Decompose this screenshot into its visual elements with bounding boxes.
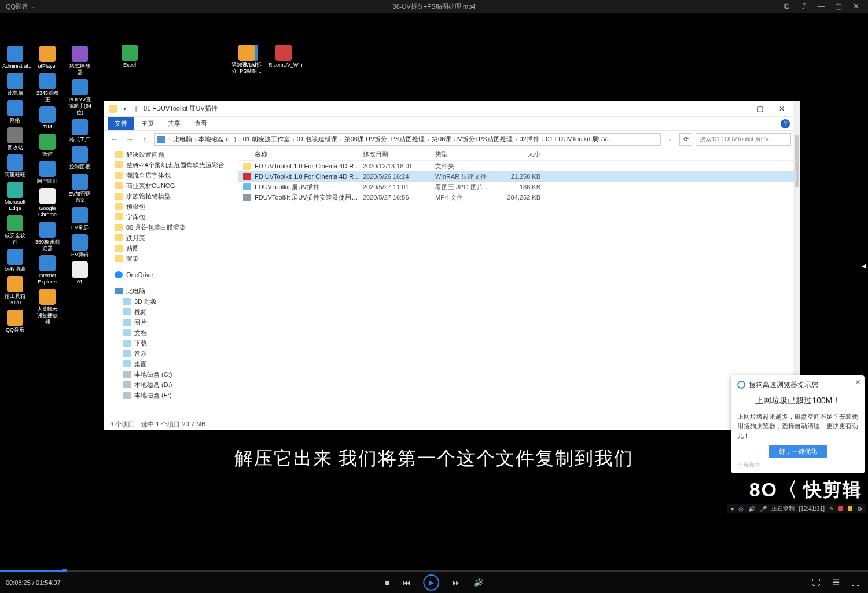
up-icon[interactable]: ↑: [139, 135, 150, 144]
back-icon[interactable]: ←: [109, 135, 120, 144]
pin-icon[interactable]: ⤴: [797, 2, 810, 11]
desktop-icon[interactable]: 格式工厂: [66, 118, 94, 144]
desktop-icon[interactable]: 控制面板: [66, 145, 94, 171]
col-date[interactable]: 修改日期: [363, 150, 435, 159]
exp-maximize-icon[interactable]: ▢: [751, 103, 769, 115]
tree-node[interactable]: 视频: [104, 307, 238, 317]
desktop-icon[interactable]: 第06课 UV拆分+PS贴图...: [231, 45, 262, 75]
tree-node[interactable]: 水族馆植物模型: [104, 191, 238, 201]
desktop-icon[interactable]: Administrat..: [1, 45, 29, 71]
fullscreen-icon[interactable]: ⛶: [851, 577, 860, 588]
desktop-icon[interactable]: Google Chrome: [34, 187, 61, 219]
desktop-icon[interactable]: 网络: [1, 99, 29, 125]
desktop-icon[interactable]: RizomUV_Win: [269, 45, 299, 75]
volume-icon[interactable]: 🔊: [473, 578, 483, 587]
tree-node[interactable]: 桌面: [104, 359, 238, 369]
help-icon[interactable]: ?: [781, 119, 790, 128]
minimize-icon[interactable]: —: [815, 2, 827, 11]
refresh-icon[interactable]: ⟳: [679, 133, 692, 146]
rec-settings-icon[interactable]: ⚙: [857, 506, 862, 512]
tree-node[interactable]: 音乐: [104, 348, 238, 359]
desktop-icon[interactable]: EV加密播放2: [66, 172, 94, 205]
dropdown-icon[interactable]: ▾: [120, 105, 128, 113]
desktop-icon[interactable]: TIM: [34, 105, 61, 131]
playlist-icon[interactable]: ☰: [832, 577, 840, 588]
desktop-icon[interactable]: Microsoft Edge: [1, 181, 29, 213]
tree-node[interactable]: 文档: [104, 327, 238, 338]
forward-icon[interactable]: →: [124, 135, 135, 144]
tree-node[interactable]: 此电脑: [104, 286, 238, 296]
breadcrumb-seg[interactable]: 01 包装建模课: [297, 135, 337, 143]
tree-node[interactable]: 解决设置问题: [104, 149, 238, 160]
desktop-icon[interactable]: otPlayer: [34, 45, 61, 71]
desktop-icon[interactable]: 回收站: [1, 126, 29, 152]
popup-close-icon[interactable]: ✕: [855, 378, 861, 386]
popup-mute-link[interactable]: 不再提示: [737, 461, 859, 469]
tree-node[interactable]: 图片: [104, 317, 238, 327]
breadcrumb-seg[interactable]: 本地磁盘 (E:): [198, 135, 236, 143]
tree-node[interactable]: 3D 对象: [104, 296, 238, 307]
path-dropdown-icon[interactable]: ⌄: [664, 136, 676, 142]
col-name[interactable]: 名称: [238, 150, 363, 159]
rec-audio-icon[interactable]: 🔊: [748, 506, 755, 512]
file-row[interactable]: FDUVToolkit 展UV插件 2020/5/27 11:01 看图王 JP…: [238, 182, 796, 192]
stop-icon[interactable]: ■: [385, 578, 389, 587]
breadcrumb-seg[interactable]: 01 胡晓波工作室: [243, 135, 290, 143]
desktop-icon[interactable]: Internet Explorer: [34, 254, 61, 286]
rec-mic-icon[interactable]: 🎤: [760, 506, 767, 512]
exp-close-icon[interactable]: ✕: [773, 103, 791, 115]
desktop-icon[interactable]: 抢工具箱 2020: [1, 275, 29, 307]
rec-menu-icon[interactable]: ▾: [731, 506, 734, 512]
file-row[interactable]: FD UVToolkit 1.0 For Cinema 4D R19... 20…: [238, 171, 796, 182]
desktop-icon[interactable]: POLYV直播助手(64位): [66, 78, 94, 117]
tab-share[interactable]: 共享: [161, 117, 187, 130]
rec-stop-icon[interactable]: [838, 506, 843, 511]
tree-node[interactable]: 下载: [104, 338, 238, 348]
rec-pause-icon[interactable]: [848, 506, 852, 511]
folder-tree[interactable]: 解决设置问题整砖-24个案幻态范围焦软光渲彩台潮流全店字体包商业素材CUNCG水…: [104, 148, 238, 418]
col-size[interactable]: 大小: [499, 150, 545, 159]
tree-node[interactable]: 贴图: [104, 243, 238, 253]
breadcrumb[interactable]: ›此电脑›本地磁盘 (E:)›01 胡晓波工作室›01 包装建模课›第06课 U…: [154, 133, 661, 146]
tree-node[interactable]: 本地磁盘 (D:): [104, 380, 238, 390]
desktop-icon[interactable]: 微信: [34, 132, 61, 159]
popup-optimize-button[interactable]: 好，一键优化: [769, 445, 827, 458]
file-row[interactable]: FDUVToolkit 展UV插件安装及使用方法 2020/5/27 16:56…: [238, 192, 796, 202]
desktop-icon[interactable]: Excel: [116, 45, 144, 68]
search-input[interactable]: 搜索"01 FDUVToolkit 展UV...: [696, 133, 791, 146]
app-name[interactable]: QQ影音⌄: [0, 2, 35, 11]
tab-home[interactable]: 主页: [134, 117, 161, 130]
tree-node[interactable]: 本地磁盘 (E:): [104, 390, 238, 400]
desktop-icon[interactable]: 阿里旺旺: [1, 153, 29, 179]
desktop-icon[interactable]: EV录屏: [66, 206, 94, 232]
tree-node[interactable]: 整砖-24个案幻态范围焦软光渲彩台: [104, 160, 238, 170]
side-tab[interactable]: ◀: [860, 253, 868, 278]
breadcrumb-seg[interactable]: 01 FDUVToolkit 展UV...: [546, 135, 612, 143]
file-row[interactable]: FD UVToolkit 1.0 For Cinema 4D R19... 20…: [238, 161, 796, 171]
close-icon[interactable]: ✕: [849, 2, 862, 11]
desktop-icon[interactable]: 阿里旺旺: [34, 160, 61, 186]
play-button[interactable]: ▶: [424, 574, 440, 591]
desktop-icon[interactable]: 2345看图王: [34, 72, 61, 104]
tree-node[interactable]: OneDrive: [104, 270, 238, 280]
next-icon[interactable]: ⏭: [453, 578, 461, 587]
exp-minimize-icon[interactable]: —: [729, 103, 747, 115]
breadcrumb-seg[interactable]: 第06课 UV拆分+PS贴图处理: [432, 135, 513, 143]
maximize-icon[interactable]: ▢: [832, 2, 845, 11]
rec-edit-icon[interactable]: ✎: [829, 506, 834, 512]
desktop-icon[interactable]: 01: [66, 260, 94, 286]
pip-icon[interactable]: ⧉: [780, 2, 793, 11]
breadcrumb-seg[interactable]: 第06课 UV拆分+PS贴图处理: [344, 135, 425, 143]
desktop-icon[interactable]: 此电脑: [1, 72, 29, 98]
desktop-icon[interactable]: 成安全软件: [1, 214, 29, 246]
breadcrumb-seg[interactable]: 此电脑: [173, 135, 192, 143]
prev-icon[interactable]: ⏮: [403, 578, 411, 587]
snapshot-icon[interactable]: ⛶: [812, 577, 821, 588]
tree-node[interactable]: 本地磁盘 (C:): [104, 369, 238, 380]
tree-node[interactable]: 潮流全店字体包: [104, 170, 238, 181]
col-type[interactable]: 类型: [435, 150, 499, 159]
desktop-icon[interactable]: 大黄蜂云课堂播放器: [34, 288, 61, 326]
desktop-icon[interactable]: 格式播放器: [66, 45, 94, 77]
tree-node[interactable]: 跌月亮: [104, 233, 238, 243]
desktop-icon[interactable]: EV剪辑: [66, 233, 94, 259]
